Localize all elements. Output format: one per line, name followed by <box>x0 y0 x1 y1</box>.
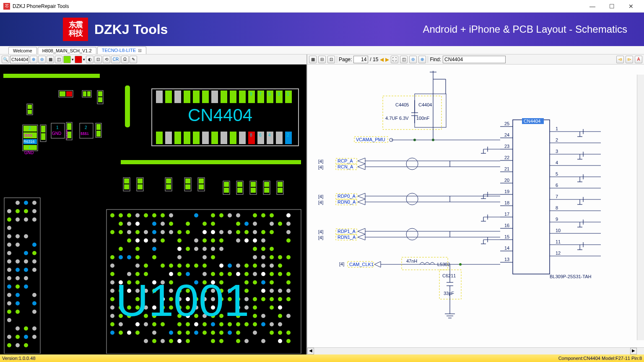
tab-h808[interactable]: H808_MAIN_SCH_V1.2 <box>38 47 96 54</box>
zoom-in-icon[interactable]: ⊕ <box>30 56 37 63</box>
svg-point-131 <box>127 222 131 226</box>
svg-rect-91 <box>185 178 190 184</box>
svg-point-206 <box>135 264 140 268</box>
svg-text:1: 1 <box>556 126 558 131</box>
cn4404-bottom-pads: 8 6 4 2 <box>156 132 292 144</box>
svg-point-395 <box>32 251 36 255</box>
svg-rect-100 <box>237 182 242 187</box>
svg-point-121 <box>194 213 198 217</box>
layer-red-swatch[interactable] <box>75 56 82 63</box>
svg-text:C6211: C6211 <box>442 273 456 278</box>
tab-welcome[interactable]: Welcome <box>8 47 37 54</box>
svg-text:20: 20 <box>504 178 509 183</box>
pcb-svg: 9 7 5 3 1 CN4404 8 6 4 2 <box>0 65 306 354</box>
svg-point-271 <box>270 289 274 293</box>
grid-icon[interactable]: ▦ <box>47 56 54 63</box>
svg-text:21: 21 <box>504 166 509 171</box>
svg-point-180 <box>119 247 123 251</box>
svg-point-199 <box>211 255 215 259</box>
svg-point-160 <box>244 230 249 234</box>
chip-icon[interactable]: ◫ <box>55 56 62 63</box>
sch-tool-icon[interactable]: ⊡ <box>327 56 335 63</box>
svg-point-168 <box>152 238 156 243</box>
main-split: 🔍 ⊕ ⊖ ▦ ◫ ▾ ▾ ◐ ⊡ ⟲ CR Ω ✎ <box>0 54 644 354</box>
svg-point-239 <box>286 272 291 276</box>
scrollbar-vertical[interactable] <box>637 75 644 340</box>
page-next-icon[interactable]: ▶ <box>385 57 389 62</box>
svg-text:RDP0_A: RDP0_A <box>338 194 356 199</box>
find-next-icon[interactable]: ⧐ <box>626 56 633 63</box>
svg-rect-47 <box>83 91 86 96</box>
svg-point-186 <box>203 247 207 251</box>
svg-text:RCN_A: RCN_A <box>338 164 353 169</box>
svg-rect-98 <box>224 188 229 193</box>
dropdown-icon[interactable]: ▾ <box>72 57 74 62</box>
svg-point-176 <box>244 238 249 243</box>
svg-point-365 <box>169 339 173 343</box>
svg-point-115 <box>127 213 131 217</box>
svg-point-403 <box>32 268 36 272</box>
ohm-icon[interactable]: Ω <box>121 56 129 63</box>
sch-tool-icon[interactable]: ▦ <box>309 56 317 63</box>
svg-rect-67 <box>41 133 45 140</box>
svg-point-369 <box>219 339 223 343</box>
find-prev-icon[interactable]: ⧏ <box>616 56 624 63</box>
dropdown-icon[interactable]: ▾ <box>83 57 85 62</box>
svg-text:47nH: 47nH <box>406 259 417 264</box>
svg-point-401 <box>16 268 20 272</box>
fit-icon[interactable]: ⛶ <box>391 56 398 63</box>
zoom-window-icon[interactable]: ◫ <box>400 56 408 63</box>
svg-point-253 <box>261 280 265 284</box>
tab-tecno[interactable]: TECNO-L8-LITE⊠ <box>97 47 146 54</box>
flip-icon[interactable]: ◐ <box>86 56 93 63</box>
capture-icon[interactable]: ⊡ <box>94 56 102 63</box>
cr-button[interactable]: CR <box>111 56 120 63</box>
svg-point-167 <box>144 238 148 243</box>
page-prev-icon[interactable]: ◀ <box>380 57 384 62</box>
svg-point-405 <box>16 276 20 280</box>
svg-point-204 <box>286 255 291 259</box>
close-button[interactable]: ✕ <box>621 0 641 13</box>
svg-point-427 <box>7 343 11 347</box>
tab-close-icon[interactable]: ⊠ <box>138 48 142 53</box>
page-input[interactable] <box>353 56 368 63</box>
svg-point-198 <box>203 255 207 259</box>
search-icon[interactable]: 🔍 <box>2 56 9 63</box>
svg-point-372 <box>261 339 265 343</box>
svg-point-164 <box>286 230 291 234</box>
svg-text:10: 10 <box>556 228 561 233</box>
svg-text:15: 15 <box>504 234 509 239</box>
svg-rect-94 <box>199 178 204 184</box>
svg-point-292 <box>110 305 114 310</box>
svg-point-208 <box>161 264 165 268</box>
schematic-viewport[interactable]: CN4404 25242322212019181716151413 123456… <box>307 65 644 347</box>
text-icon[interactable]: A <box>635 56 642 63</box>
svg-point-117 <box>144 213 148 217</box>
svg-point-141 <box>253 222 257 226</box>
svg-point-393 <box>7 251 11 255</box>
pcb-search-input[interactable] <box>10 56 29 63</box>
zoom-out-icon[interactable]: ⊖ <box>409 56 417 63</box>
svg-point-132 <box>135 222 140 226</box>
svg-point-418 <box>32 310 36 314</box>
scrollbar-horizontal[interactable]: ◀ ▶ <box>307 347 644 354</box>
rotate-icon[interactable]: ⟲ <box>103 56 110 63</box>
find-input[interactable] <box>443 56 506 63</box>
svg-point-217 <box>244 264 249 268</box>
svg-point-196 <box>152 255 156 259</box>
note-icon[interactable]: ✎ <box>130 56 137 63</box>
maximize-button[interactable]: ☐ <box>602 0 621 13</box>
svg-point-170 <box>177 238 182 243</box>
pcb-viewport[interactable]: 9 7 5 3 1 CN4404 8 6 4 2 <box>0 65 306 354</box>
zoom-in-icon[interactable]: ⊕ <box>418 56 426 63</box>
zoom-out-icon[interactable]: ⊖ <box>38 56 46 63</box>
svg-point-222 <box>110 272 114 276</box>
svg-text:6: 6 <box>556 183 558 188</box>
svg-point-140 <box>244 222 249 226</box>
svg-point-135 <box>169 222 173 226</box>
minimize-button[interactable]: — <box>583 0 602 13</box>
svg-point-354 <box>211 331 215 335</box>
layer-green-swatch[interactable] <box>63 56 71 63</box>
svg-point-389 <box>24 234 28 238</box>
sch-tool-icon[interactable]: ⊟ <box>318 56 326 63</box>
